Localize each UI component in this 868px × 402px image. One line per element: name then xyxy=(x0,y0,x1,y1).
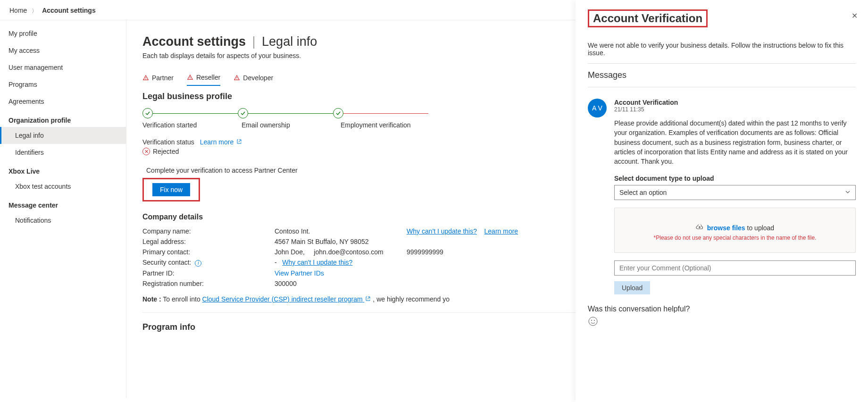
company-name-label: Company name: xyxy=(142,227,275,235)
rejected-label: Rejected xyxy=(153,148,179,155)
page-title-main: Account settings xyxy=(142,34,246,49)
step-label: Verification started xyxy=(142,121,242,129)
check-icon xyxy=(333,108,343,118)
primary-contact-label: Primary contact: xyxy=(142,248,275,256)
panel-title: Account Verification xyxy=(593,12,702,25)
svg-point-1 xyxy=(145,79,146,79)
why-cant-update-link[interactable]: Why can't I update this? xyxy=(407,227,477,235)
company-name-value: Contoso Int. xyxy=(275,227,407,235)
browse-files-link[interactable]: browse files xyxy=(707,224,745,232)
account-verification-panel: Account Verification ✕ We were not able … xyxy=(576,0,868,398)
status-label: Verification status xyxy=(142,138,194,146)
tab-reseller[interactable]: Reseller xyxy=(187,72,220,86)
select-placeholder: Select an option xyxy=(619,189,667,196)
upload-tail-text: to upload xyxy=(745,224,775,232)
message-from: Account Verification xyxy=(614,99,856,106)
breadcrumb-current: Account settings xyxy=(42,7,96,14)
tab-developer[interactable]: Developer xyxy=(234,72,273,86)
primary-contact-value: John Doe, john.doe@contoso.com xyxy=(275,248,407,256)
panel-intro-text: We were not able to verify your business… xyxy=(588,42,856,57)
warning-icon xyxy=(187,74,193,81)
smile-icon[interactable] xyxy=(588,316,856,328)
check-icon xyxy=(142,108,153,118)
external-link-icon xyxy=(365,296,371,302)
panel-title-highlight: Account Verification xyxy=(588,9,708,27)
legal-address-label: Legal address: xyxy=(142,238,275,245)
sidebar-item-agreements[interactable]: Agreements xyxy=(0,93,126,110)
breadcrumb-home[interactable]: Home xyxy=(9,7,27,14)
learn-more-link[interactable]: Learn more xyxy=(484,227,518,235)
check-icon xyxy=(238,108,248,118)
warning-icon xyxy=(234,75,240,81)
legal-address-value: 4567 Main St Buffalo, NY 98052 xyxy=(275,238,407,245)
divider xyxy=(588,87,856,87)
message-body: Please provide additional document(s) da… xyxy=(614,118,856,166)
svg-point-5 xyxy=(237,79,237,79)
svg-point-6 xyxy=(589,317,597,326)
sidebar-item-xbox-test-accounts[interactable]: Xbox test accounts xyxy=(0,178,126,195)
document-type-select[interactable]: Select an option xyxy=(614,185,856,200)
warning-icon xyxy=(142,75,149,81)
sidebar-item-identifiers[interactable]: Identifiers xyxy=(0,144,126,161)
svg-point-3 xyxy=(190,78,190,79)
fix-now-button[interactable]: Fix now xyxy=(152,183,190,196)
primary-contact-phone: 9999999999 xyxy=(407,248,443,256)
file-name-warning: *Please do not use any special character… xyxy=(619,234,851,241)
chevron-right-icon: 〉 xyxy=(32,8,37,14)
sidebar-section-organization-profile: Organization profile xyxy=(0,110,126,127)
x-circle-icon: ✕ xyxy=(142,148,150,155)
tab-label: Developer xyxy=(243,74,273,82)
helpful-question: Was this conversation helpful? xyxy=(588,305,856,313)
tab-label: Partner xyxy=(152,74,174,82)
page-title-sub: Legal info xyxy=(262,34,317,49)
tab-label: Reseller xyxy=(196,74,220,81)
registration-number-label: Registration number: xyxy=(142,280,275,287)
learn-more-link[interactable]: Learn more xyxy=(200,138,242,146)
svg-point-8 xyxy=(594,320,595,321)
security-contact-value: - Why can't I update this? xyxy=(275,259,407,267)
external-link-icon xyxy=(236,139,242,144)
sidebar-item-my-access[interactable]: My access xyxy=(0,42,126,59)
avatar: A V xyxy=(588,99,607,117)
sidebar-item-programs[interactable]: Programs xyxy=(0,76,126,93)
sidebar-section-xbox-live: Xbox Live xyxy=(0,161,126,178)
message: A V Account Verification 21/11 11:35 Ple… xyxy=(588,94,856,294)
chevron-down-icon xyxy=(845,189,851,196)
sidebar-section-message-center: Message center xyxy=(0,195,126,212)
info-icon[interactable]: i xyxy=(195,260,201,267)
sidebar-item-my-profile[interactable]: My profile xyxy=(0,25,126,42)
comment-input[interactable] xyxy=(614,260,856,276)
tab-partner[interactable]: Partner xyxy=(142,72,174,86)
sidebar-item-notifications[interactable]: Notifications xyxy=(0,212,126,229)
fix-now-highlight: Fix now xyxy=(142,178,200,201)
csp-program-link[interactable]: Cloud Service Provider (CSP) indirect re… xyxy=(202,295,371,303)
step-label: Employment verification xyxy=(341,121,440,129)
partner-id-label: Partner ID: xyxy=(142,269,275,277)
file-dropzone[interactable]: browse files to upload *Please do not us… xyxy=(614,208,856,253)
why-cant-update-link[interactable]: Why can't I update this? xyxy=(282,259,352,266)
sidebar-item-legal-info[interactable]: Legal info xyxy=(0,127,126,144)
messages-heading: Messages xyxy=(588,70,856,80)
document-type-label: Select document type to upload xyxy=(614,175,856,182)
divider xyxy=(588,63,856,64)
message-timestamp: 21/11 11:35 xyxy=(614,106,856,113)
close-icon[interactable]: ✕ xyxy=(851,11,858,20)
security-contact-label: Security contact: i xyxy=(142,259,275,267)
title-divider: | xyxy=(252,34,256,49)
sidebar-item-user-management[interactable]: User management xyxy=(0,59,126,76)
upload-button[interactable]: Upload xyxy=(614,281,650,294)
svg-point-7 xyxy=(591,320,592,321)
view-partner-ids-link[interactable]: View Partner IDs xyxy=(275,269,324,277)
cloud-upload-icon xyxy=(696,224,703,232)
sidebar: My profile My access User management Pro… xyxy=(0,20,126,398)
step-label: Email ownership xyxy=(242,121,341,129)
registration-number-value: 300000 xyxy=(275,280,407,287)
